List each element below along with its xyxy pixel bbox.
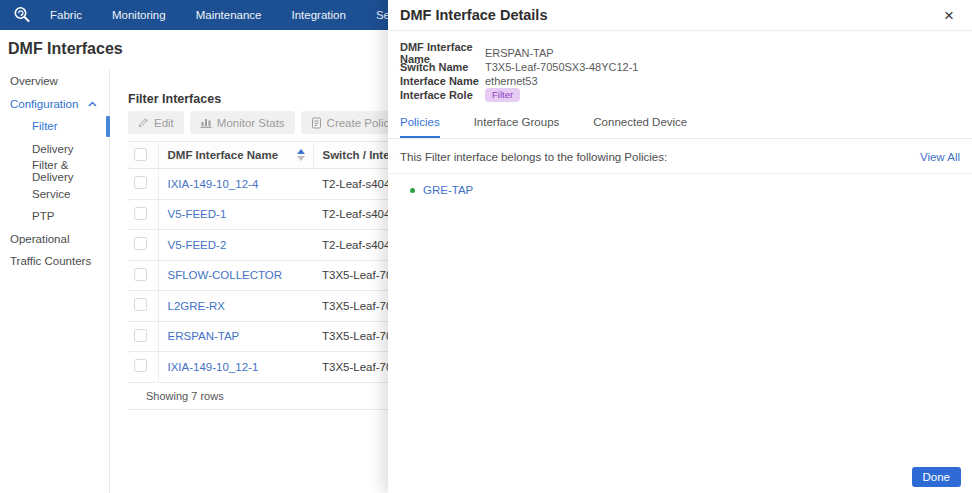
active-item-indicator [106,116,110,137]
close-icon[interactable]: × [940,5,958,26]
create-policy-button-label: Create Policy [327,117,395,129]
done-button[interactable]: Done [912,467,962,487]
nav-item-monitoring[interactable]: Monitoring [112,9,166,21]
sidebar-item-delivery[interactable]: Delivery [0,138,109,161]
sidebar-item-label: PTP [32,210,54,222]
column-header-name[interactable]: DMF Interface Name [168,149,279,161]
interface-name-link[interactable]: L2GRE-RX [168,300,226,312]
interface-name-link[interactable]: V5-FEED-1 [168,208,227,220]
sidebar-item-label: Operational [10,233,69,245]
row-checkbox[interactable] [134,329,147,342]
sidebar-item-operational[interactable]: Operational [0,228,109,251]
policy-link[interactable]: GRE-TAP [423,184,473,196]
nav-item-maintenance[interactable]: Maintenance [196,9,262,21]
sidebar-item-label: Configuration [10,98,78,110]
sidebar-item-label: Traffic Counters [10,255,91,267]
field-label: Switch Name [400,61,485,73]
policies-summary-text: This Filter interface belongs to the fol… [400,151,667,163]
nav-item-integration[interactable]: Integration [292,9,346,21]
interface-role-badge: Filter [485,88,520,102]
list-item: GRE-TAP [410,184,960,196]
field-row: DMF Interface Name ERSPAN-TAP [400,46,960,60]
field-label: Interface Role [400,89,485,101]
row-checkbox[interactable] [134,359,147,372]
green-bullet-icon [410,188,415,193]
sidebar-item-label: Delivery [32,143,74,155]
field-row: Interface Role Filter [400,88,960,102]
edit-button[interactable]: Edit [128,111,184,134]
page-title: DMF Interfaces [8,40,123,58]
interface-name-link[interactable]: V5-FEED-2 [168,239,227,251]
panel-header: DMF Interface Details × [388,0,972,31]
sidebar-item-overview[interactable]: Overview [0,70,109,93]
monitor-stats-button-label: Monitor Stats [217,117,285,129]
row-checkbox[interactable] [134,176,147,189]
select-all-checkbox[interactable] [134,148,147,161]
nav-item-fabric[interactable]: Fabric [50,9,82,21]
pencil-icon [138,117,149,128]
policies-summary-row: This Filter interface belongs to the fol… [388,139,972,174]
panel-tabs: Policies Interface Groups Connected Devi… [388,102,972,139]
policy-list: GRE-TAP [388,174,972,196]
bar-chart-icon [200,117,212,128]
field-label: Interface Name [400,75,485,87]
sidebar-item-ptp[interactable]: PTP [0,205,109,228]
field-value: T3X5-Leaf-7050SX3-48YC12-1 [485,61,638,73]
view-all-link[interactable]: View All [920,151,960,163]
document-icon [311,117,322,129]
section-heading: Filter Interfaces [128,92,221,106]
detail-fields: DMF Interface Name ERSPAN-TAP Switch Nam… [388,31,972,102]
sidebar-item-configuration[interactable]: Configuration [0,93,109,116]
tab-connected-device[interactable]: Connected Device [593,116,687,138]
page: Fabric Monitoring Maintenance Integratio… [0,0,972,493]
sidebar-item-label: Filter [32,120,58,132]
sidebar-item-traffic-counters[interactable]: Traffic Counters [0,250,109,273]
field-row: Interface Name ethernet53 [400,74,960,88]
sidebar-item-filter[interactable]: Filter [0,115,109,138]
row-checkbox[interactable] [134,237,147,250]
dmf-magnifier-logo-icon[interactable] [12,5,32,25]
sidebar-item-label: Overview [10,75,58,87]
sidebar-item-service[interactable]: Service [0,183,109,206]
sidebar-item-label: Filter & Delivery [32,159,109,183]
row-count-text: Showing 7 rows [146,390,224,402]
interface-name-link[interactable]: IXIA-149-10_12-4 [168,178,259,190]
panel-title: DMF Interface Details [400,7,547,23]
field-value: ethernet53 [485,75,538,87]
sort-icon[interactable] [297,149,305,161]
interface-name-link[interactable]: IXIA-149-10_12-1 [168,361,259,373]
row-checkbox[interactable] [134,207,147,220]
chevron-up-icon [88,101,97,107]
sidebar-item-filter-delivery[interactable]: Filter & Delivery [0,160,109,183]
field-row: Switch Name T3X5-Leaf-7050SX3-48YC12-1 [400,60,960,74]
sidebar: Overview Configuration Filter Delivery F… [0,70,110,493]
tab-interface-groups[interactable]: Interface Groups [474,116,560,138]
interface-name-link[interactable]: SFLOW-COLLECTOR [168,269,283,281]
field-value: ERSPAN-TAP [485,47,554,59]
row-checkbox[interactable] [134,268,147,281]
sidebar-item-label: Service [32,188,70,200]
monitor-stats-button[interactable]: Monitor Stats [190,111,295,134]
row-checkbox[interactable] [134,298,147,311]
detail-panel: DMF Interface Details × DMF Interface Na… [388,0,972,493]
edit-button-label: Edit [154,117,174,129]
tab-policies[interactable]: Policies [400,116,440,138]
interface-name-link[interactable]: ERSPAN-TAP [168,330,240,342]
